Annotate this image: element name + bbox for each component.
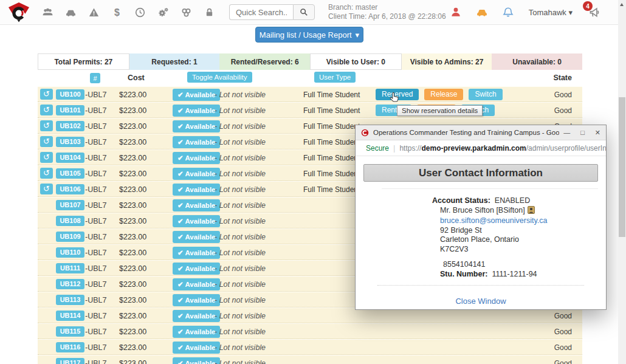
popup-titlebar[interactable]: Operations Commander Testing and Trainin…	[356, 125, 606, 140]
permit-id-badge[interactable]: UB103	[56, 137, 84, 147]
permit-id-badge[interactable]: UB113	[56, 295, 84, 305]
permit-id-badge[interactable]: UB106	[56, 184, 84, 194]
availability-button[interactable]: ✔ Available	[173, 105, 220, 117]
summary-tab-4[interactable]: Visible to Admins: 27	[402, 53, 492, 70]
availability-button[interactable]: ✔ Available	[173, 294, 220, 306]
close-icon[interactable]: ✕	[595, 129, 600, 136]
announcements-menu[interactable]: 4	[588, 5, 601, 19]
summary-tab-0[interactable]: Total Permits: 27	[38, 53, 129, 70]
availability-button[interactable]: ✔ Available	[173, 152, 220, 164]
summary-tab-3[interactable]: Visible to User: 0	[310, 53, 402, 70]
billing-icon[interactable]: $	[112, 7, 122, 18]
lot-visibility-note: - Lot not visible	[215, 328, 266, 336]
student-number-value: 1111-1211-94	[492, 270, 537, 278]
footer-divider	[377, 285, 584, 286]
permit-id-badge[interactable]: UB109	[56, 232, 84, 242]
state-column-header: State	[553, 74, 572, 82]
ops-com-admin-screen: $	[0, 0, 626, 364]
availability-button[interactable]: ✔ Available	[173, 136, 220, 148]
users-icon[interactable]	[43, 7, 53, 18]
history-button[interactable]: ↺	[40, 184, 53, 194]
user-email-link[interactable]: bruce.sifton@someuniversity.ca	[440, 216, 547, 225]
switch-button[interactable]: Switch	[469, 89, 502, 100]
search-input[interactable]	[229, 4, 293, 20]
availability-button[interactable]: ✔ Available	[173, 357, 220, 364]
permit-id-badge[interactable]: UB107	[56, 200, 84, 210]
lockdown-icon[interactable]	[204, 7, 215, 18]
summary-tabs: Total Permits: 27Requested: 1Rented/Rese…	[38, 53, 582, 70]
svg-text:$: $	[114, 7, 120, 18]
violations-icon[interactable]	[89, 7, 99, 18]
vehicle-alert-icon[interactable]	[476, 7, 487, 18]
user-dropdown[interactable]: Tomahawk ▾	[529, 8, 573, 17]
time-icon[interactable]	[135, 7, 145, 18]
user-type-button[interactable]: User Type	[314, 72, 356, 83]
availability-button[interactable]: ✔ Available	[173, 247, 220, 259]
popup-address-bar[interactable]: Secure | https://demo-preview.parkadmin.…	[356, 140, 606, 156]
page-scrollbar[interactable]	[618, 0, 626, 364]
history-button[interactable]: ↺	[40, 89, 53, 100]
permit-id-badge[interactable]: UB101	[56, 105, 84, 115]
permit-id-badge[interactable]: UB114	[56, 311, 84, 321]
history-button[interactable]: ↺	[40, 152, 53, 163]
user-photo-icon[interactable]	[528, 206, 535, 217]
summary-tab-5[interactable]: Unavailable: 0	[492, 53, 582, 70]
scrollbar-thumb[interactable]	[619, 97, 625, 237]
availability-button[interactable]: ✔ Available	[173, 342, 220, 354]
availability-button[interactable]: ✔ Available	[173, 231, 220, 243]
permit-lot-code: -UBL7	[85, 312, 106, 320]
permit-id-badge[interactable]: UB111	[56, 263, 84, 273]
state-value: Good	[554, 343, 572, 352]
summary-tab-1[interactable]: Requested: 1	[129, 53, 220, 70]
availability-button[interactable]: ✔ Available	[173, 89, 220, 101]
permit-id-badge[interactable]: UB100	[56, 89, 84, 100]
history-button[interactable]: ↺	[40, 120, 53, 131]
permit-id-badge[interactable]: UB110	[56, 247, 84, 258]
window-controls: — □ ✕	[563, 129, 600, 136]
mailing-list-usage-report-button[interactable]: Mailing list / Usage Report ▾	[255, 27, 363, 43]
lot-visibility-note: - Lot not visible	[215, 138, 266, 146]
permit-lot-code: -UBL7	[85, 217, 106, 225]
assets-icon[interactable]	[181, 7, 191, 18]
address-line-2: Carleton Place, Ontario	[432, 235, 547, 245]
notifications-bell-icon[interactable]	[503, 7, 514, 18]
permit-id-badge[interactable]: UB104	[56, 153, 84, 163]
summary-tab-2[interactable]: Rented/Reserved: 6	[219, 53, 310, 70]
availability-button[interactable]: ✔ Available	[173, 215, 220, 227]
account-status-value: ENABLED	[495, 196, 530, 205]
history-button[interactable]: ↺	[40, 168, 53, 179]
permit-id-badge[interactable]: UB112	[56, 279, 84, 289]
permit-id-badge[interactable]: UB117	[56, 358, 84, 364]
search-button[interactable]	[293, 4, 315, 20]
close-window-link[interactable]: Close Window	[455, 297, 506, 306]
permit-id-badge[interactable]: UB105	[56, 168, 84, 179]
history-button[interactable]: ↺	[40, 136, 53, 147]
availability-button[interactable]: ✔ Available	[173, 120, 220, 132]
availability-button[interactable]: ✔ Available	[173, 310, 220, 322]
availability-button[interactable]: ✔ Available	[173, 168, 220, 180]
permit-cost: $223.00	[119, 264, 146, 273]
availability-button[interactable]: ✔ Available	[173, 263, 220, 275]
permit-id-badge[interactable]: UB115	[56, 326, 84, 337]
availability-button[interactable]: ✔ Available	[173, 326, 220, 338]
opscom-logo-icon[interactable]	[7, 2, 30, 22]
scrollbar-up-arrow-icon[interactable]	[620, 3, 624, 6]
permit-id-badge[interactable]: UB108	[56, 216, 84, 226]
maximize-icon[interactable]: □	[580, 129, 585, 136]
minimize-icon[interactable]: —	[563, 129, 570, 136]
toggle-availability-button[interactable]: Toggle Availability	[187, 72, 252, 83]
release-button[interactable]: Release	[424, 89, 463, 100]
settings-icon[interactable]	[158, 7, 168, 18]
availability-button[interactable]: ✔ Available	[173, 199, 220, 211]
permit-id-badge[interactable]: UB116	[56, 342, 84, 352]
user-type-value: Full Time Student	[303, 122, 360, 131]
permit-cost: $223.00	[119, 328, 146, 336]
history-button[interactable]: ↺	[40, 105, 53, 115]
availability-button[interactable]: ✔ Available	[173, 278, 220, 290]
user-alert-icon[interactable]	[450, 7, 461, 18]
vehicles-icon[interactable]	[66, 7, 76, 18]
permit-id-badge[interactable]: UB102	[56, 121, 84, 131]
availability-button[interactable]: ✔ Available	[173, 184, 220, 196]
user-name: Tomahawk	[529, 8, 566, 17]
number-column-button[interactable]: #	[90, 73, 100, 83]
